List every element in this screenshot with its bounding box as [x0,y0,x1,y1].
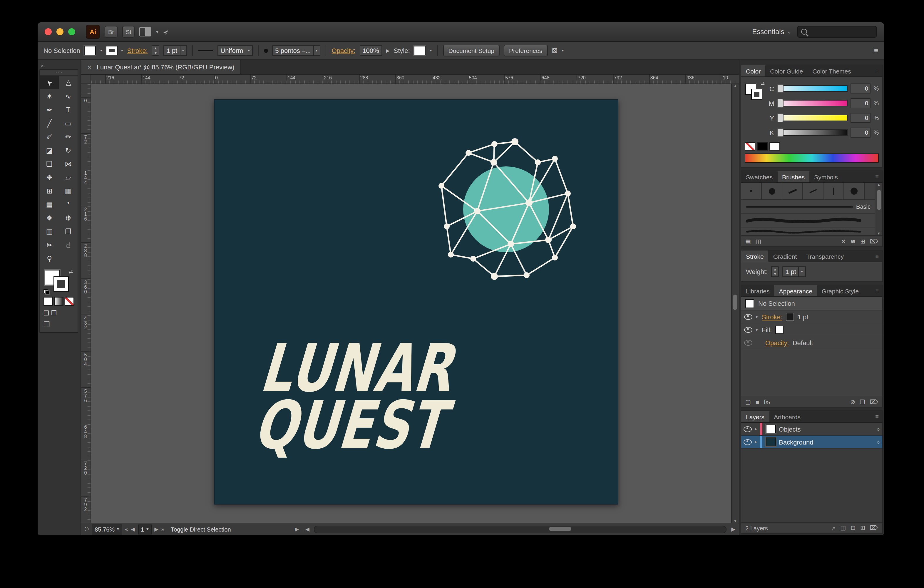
add-effect-button[interactable]: fx▾ [764,398,771,405]
blend-tool[interactable]: ❖ [40,211,59,225]
artboard-title-text[interactable]: LUNAR QUEST [252,340,456,454]
slider-value-k[interactable]: 0 [851,127,871,137]
slider-knob-y[interactable] [777,114,784,122]
libraries-panel-icon[interactable]: ◫ [756,238,761,244]
none-mode-button[interactable] [64,297,74,306]
appearance-tab-libraries[interactable]: Libraries [741,285,774,296]
stroke-tab-gradient[interactable]: Gradient [769,251,802,262]
slider-value-c[interactable]: 0 [851,84,871,94]
weight-select[interactable]: 1 pt ▾ [782,266,806,277]
slider-track-c[interactable] [777,85,848,92]
stroke-color-well[interactable] [54,277,68,291]
layer-name-label[interactable]: Background [779,438,813,445]
appearance-tab-graphic-style[interactable]: Graphic Style [817,285,863,296]
tool-hint-flyout-icon[interactable]: ▶ [295,526,299,532]
none-swatch[interactable] [745,142,755,150]
first-artboard-icon[interactable]: « [125,526,128,532]
expand-icon[interactable]: ▸ [756,314,758,319]
draw-normal-icon[interactable]: ❑ [43,309,50,317]
stroke-tab-transparency[interactable]: Transparency [802,251,848,262]
scale-tool[interactable]: ❏ [40,157,59,170]
basic-brush-item[interactable]: Basic [741,200,875,214]
brush-libraries-icon[interactable]: ▤ [745,238,751,244]
brushes-tab-symbols[interactable]: Symbols [809,171,843,182]
gradient-mode-button[interactable] [54,297,63,306]
draw-behind-icon[interactable]: ❒ [51,309,57,317]
workspace-switcher[interactable]: Essentials ⌄ [752,28,791,36]
slider-track-y[interactable] [777,115,848,121]
color-tab-color[interactable]: Color [741,65,765,76]
selection-tool[interactable]: ➤ [40,76,59,89]
brush-scroll-down-icon[interactable]: ▼ [877,232,881,235]
slider-knob-m[interactable] [777,99,784,107]
visibility-eye-icon[interactable] [744,426,752,432]
stepper-up-icon[interactable]: ▲ [153,46,159,51]
delete-item-icon[interactable]: ⌦ [870,398,878,405]
weight-step-down-icon[interactable]: ▼ [772,272,778,276]
brushes-scroll-thumb[interactable] [877,190,881,210]
ruler-origin-corner[interactable] [81,75,91,84]
stroke-color-chip[interactable] [106,46,117,55]
weight-stepper[interactable]: ▲ ▼ [771,266,779,277]
collapse-tools-icon[interactable]: « [41,62,43,68]
last-artboard-icon[interactable]: » [161,526,164,532]
new-brush-icon[interactable]: ⊞ [860,238,865,244]
appearance-stroke-swatch[interactable] [786,312,794,321]
opacity-panel-link[interactable]: Opacity: [332,47,355,54]
charcoal-brush-item[interactable] [741,214,875,228]
expand-layer-icon[interactable]: ▸ [755,439,757,444]
expand-layer-icon[interactable]: ▸ [755,426,757,431]
search-input[interactable] [810,28,873,36]
appearance-tab-appearance[interactable]: Appearance [774,285,817,296]
line-segment-tool[interactable]: ╱ [40,116,59,130]
publish-icon[interactable]: ⎋ [85,526,89,532]
rectangle-tool[interactable]: ▭ [59,116,78,130]
appearance-fill-row[interactable]: ▸ Fill: [741,324,882,336]
brushes-tab-brushes[interactable]: Brushes [777,171,809,182]
artboard[interactable]: LUNAR QUEST [214,99,618,504]
brushes-panel-menu-icon[interactable]: ≡ [872,171,882,182]
brush-scroll-up-icon[interactable]: ▲ [877,183,881,187]
slider-value-m[interactable]: 0 [851,98,871,108]
shape-builder-tool[interactable]: ▱ [59,170,78,184]
next-artboard-icon[interactable]: ▶ [154,526,158,532]
eraser-tool[interactable]: ◪ [40,144,59,157]
touch-workspace-icon[interactable]: ⊠ [552,46,558,55]
brush-options-icon[interactable]: ≋ [851,238,856,244]
slice-tool[interactable]: ✂ [40,238,59,252]
pen-tool[interactable]: ✒ [40,103,59,116]
document-setup-button[interactable]: Document Setup [443,45,500,56]
slider-track-k[interactable] [777,129,848,136]
stock-button[interactable]: St [122,26,135,38]
remove-brush-stroke-icon[interactable]: ✕ [841,238,846,244]
delete-layer-icon[interactable]: ⌦ [870,525,878,532]
color-mode-button[interactable] [43,297,53,306]
layer-row-objects[interactable]: ▸Objects○ [741,423,882,436]
brush-tapered-stroke-2[interactable] [803,183,823,199]
visibility-eye-icon[interactable] [744,340,752,345]
eyedropper-tool[interactable]: ❜ [59,198,78,211]
minimize-window-button[interactable] [56,28,63,35]
pencil-tool[interactable]: ✏ [59,130,78,144]
add-new-fill-icon[interactable]: ■ [756,398,759,405]
layers-tab-layers[interactable]: Layers [741,411,769,422]
brush-3pt-round[interactable] [741,183,762,199]
magic-wand-tool[interactable]: ✶ [40,89,59,103]
brushes-tab-swatches[interactable]: Swatches [741,171,777,182]
rough-brush-item[interactable] [741,228,875,235]
zoom-window-button[interactable] [68,28,75,35]
zoom-level-select[interactable]: 85.76% ▾ [92,524,122,534]
brush-definition-select[interactable]: 5 pontos –... ▾ [272,45,320,56]
add-new-stroke-icon[interactable]: ▢ [745,398,751,405]
gradient-tool[interactable]: ▤ [40,198,59,211]
layers-tab-artboards[interactable]: Artboards [769,411,805,422]
scroll-down-icon[interactable]: ▼ [734,519,737,523]
type-tool[interactable]: T [59,103,78,116]
width-tool[interactable]: ⋈ [59,157,78,170]
close-document-icon[interactable]: ✕ [87,64,92,70]
layer-thumbnail[interactable] [766,438,776,446]
layer-target-icon[interactable]: ○ [877,439,880,445]
screen-mode-icon[interactable]: ❐ [43,320,74,329]
slider-knob-k[interactable] [777,128,784,137]
stroke-panel-menu-icon[interactable]: ≡ [872,251,882,262]
